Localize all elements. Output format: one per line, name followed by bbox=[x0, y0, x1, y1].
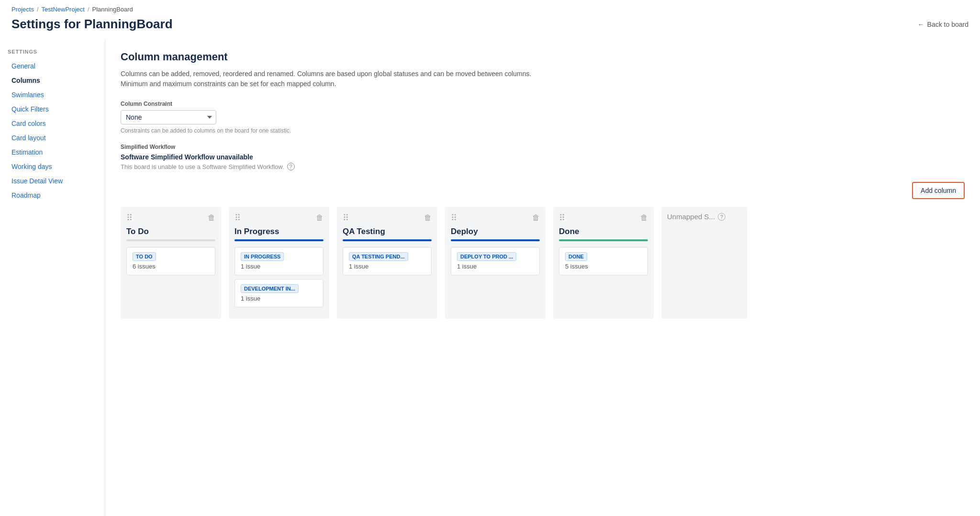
column-deploy-drag-handle[interactable]: ⠿ bbox=[451, 213, 457, 223]
workflow-title: Software Simplified Workflow unavailable bbox=[121, 153, 965, 161]
status-badge-todo[interactable]: TO DO bbox=[133, 252, 156, 261]
unmapped-title-text: Unmapped S... bbox=[667, 213, 715, 221]
column-qa-testing-drag-handle[interactable]: ⠿ bbox=[343, 213, 349, 223]
columns-area: ⠿ 🗑 To Do TO DO 6 issues ⠿ 🗑 In Progress bbox=[121, 207, 965, 326]
sidebar-item-roadmap[interactable]: Roadmap bbox=[8, 189, 97, 202]
column-done-name: Done bbox=[559, 227, 648, 236]
column-deploy-bar bbox=[451, 239, 540, 241]
constraint-label: Column Constraint bbox=[121, 101, 965, 107]
back-to-board-button[interactable]: ← Back to board bbox=[918, 21, 969, 28]
sidebar-item-quick-filters[interactable]: Quick Filters bbox=[8, 102, 97, 116]
sidebar-item-working-days[interactable]: Working days bbox=[8, 160, 97, 173]
section-description: Columns can be added, removed, reordered… bbox=[121, 69, 551, 89]
status-card-in-progress: IN PROGRESS 1 issue bbox=[234, 247, 323, 275]
status-card-qa-testing: QA TESTING PEND... 1 issue bbox=[343, 247, 432, 275]
column-deploy-delete-icon[interactable]: 🗑 bbox=[532, 213, 540, 222]
column-deploy-header: ⠿ 🗑 bbox=[451, 213, 540, 223]
status-card-deploy: DEPLOY TO PROD ... 1 issue bbox=[451, 247, 540, 275]
column-todo-drag-handle[interactable]: ⠿ bbox=[126, 213, 133, 223]
sidebar-section-label: SETTINGS bbox=[8, 49, 97, 55]
column-done-bar bbox=[559, 239, 648, 241]
status-badge-done[interactable]: DONE bbox=[565, 252, 587, 261]
page-title: Settings for PlanningBoard bbox=[11, 17, 173, 32]
constraint-hint: Constraints can be added to columns on t… bbox=[121, 127, 965, 134]
constraint-select[interactable]: None Issue Count Issue Count without Sub… bbox=[121, 110, 216, 124]
status-card-todo: TO DO 6 issues bbox=[126, 247, 215, 275]
unmapped-help-icon[interactable]: ? bbox=[718, 213, 725, 221]
status-issues-done: 5 issues bbox=[565, 263, 642, 270]
column-qa-testing-name: QA Testing bbox=[343, 227, 432, 236]
add-column-button[interactable]: Add column bbox=[912, 182, 965, 199]
column-todo-name: To Do bbox=[126, 227, 215, 236]
status-issues-deploy: 1 issue bbox=[457, 263, 534, 270]
sidebar: SETTINGS General Columns Swimlanes Quick… bbox=[0, 39, 105, 516]
column-qa-testing-delete-icon[interactable]: 🗑 bbox=[424, 213, 432, 222]
column-in-progress-delete-icon[interactable]: 🗑 bbox=[316, 213, 323, 222]
column-in-progress-name: In Progress bbox=[234, 227, 323, 236]
status-issues-todo: 6 issues bbox=[133, 263, 209, 270]
sidebar-item-columns[interactable]: Columns bbox=[8, 74, 97, 87]
workflow-desc-text: This board is unable to use a Software S… bbox=[121, 163, 284, 170]
back-arrow-icon: ← bbox=[918, 21, 924, 28]
sidebar-item-estimation[interactable]: Estimation bbox=[8, 146, 97, 159]
column-in-progress-bar bbox=[234, 239, 323, 241]
column-todo-header: ⠿ 🗑 bbox=[126, 213, 215, 223]
column-done-delete-icon[interactable]: 🗑 bbox=[640, 213, 648, 222]
column-unmapped-title: Unmapped S... ? bbox=[667, 213, 742, 221]
column-qa-testing-header: ⠿ 🗑 bbox=[343, 213, 432, 223]
column-qa-testing-bar bbox=[343, 239, 432, 241]
breadcrumb-sep1: / bbox=[37, 6, 39, 13]
column-todo-delete-icon[interactable]: 🗑 bbox=[208, 213, 215, 222]
breadcrumb-project[interactable]: TestNewProject bbox=[42, 6, 85, 13]
breadcrumb: Projects / TestNewProject / PlanningBoar… bbox=[0, 0, 980, 15]
column-qa-testing: ⠿ 🗑 QA Testing QA TESTING PEND... 1 issu… bbox=[337, 207, 437, 319]
sidebar-item-issue-detail[interactable]: Issue Detail View bbox=[8, 174, 97, 188]
status-issues-development-in: 1 issue bbox=[241, 295, 317, 302]
sidebar-item-swimlanes[interactable]: Swimlanes bbox=[8, 88, 97, 101]
column-done-header: ⠿ 🗑 bbox=[559, 213, 648, 223]
status-badge-development-in[interactable]: DEVELOPMENT IN... bbox=[241, 284, 299, 293]
status-badge-in-progress[interactable]: IN PROGRESS bbox=[241, 252, 284, 261]
status-issues-in-progress: 1 issue bbox=[241, 263, 317, 270]
column-deploy: ⠿ 🗑 Deploy DEPLOY TO PROD ... 1 issue bbox=[445, 207, 546, 319]
page-header: Settings for PlanningBoard ← Back to boa… bbox=[0, 15, 980, 39]
breadcrumb-sep2: / bbox=[88, 6, 89, 13]
sidebar-item-card-layout[interactable]: Card layout bbox=[8, 131, 97, 145]
add-column-row: Add column bbox=[121, 182, 965, 199]
status-card-development-in: DEVELOPMENT IN... 1 issue bbox=[234, 279, 323, 307]
workflow-desc: This board is unable to use a Software S… bbox=[121, 163, 965, 170]
column-in-progress-drag-handle[interactable]: ⠿ bbox=[234, 213, 241, 223]
main-content: Column management Columns can be added, … bbox=[105, 39, 980, 516]
sidebar-item-card-colors[interactable]: Card colors bbox=[8, 117, 97, 130]
status-issues-qa-testing: 1 issue bbox=[349, 263, 425, 270]
workflow-label: Simplified Workflow bbox=[121, 144, 965, 150]
breadcrumb-board: PlanningBoard bbox=[92, 6, 133, 13]
column-in-progress-header: ⠿ 🗑 bbox=[234, 213, 323, 223]
back-to-board-label: Back to board bbox=[927, 21, 969, 28]
status-badge-qa-testing[interactable]: QA TESTING PEND... bbox=[349, 252, 408, 261]
column-done: ⠿ 🗑 Done DONE 5 issues bbox=[553, 207, 654, 319]
column-deploy-name: Deploy bbox=[451, 227, 540, 236]
column-todo-bar bbox=[126, 239, 215, 241]
workflow-help-icon[interactable]: ? bbox=[287, 163, 295, 170]
column-done-drag-handle[interactable]: ⠿ bbox=[559, 213, 566, 223]
status-card-done: DONE 5 issues bbox=[559, 247, 648, 275]
status-badge-deploy[interactable]: DEPLOY TO PROD ... bbox=[457, 252, 516, 261]
sidebar-item-general[interactable]: General bbox=[8, 59, 97, 73]
section-title: Column management bbox=[121, 51, 965, 63]
main-layout: SETTINGS General Columns Swimlanes Quick… bbox=[0, 39, 980, 516]
column-unmapped: Unmapped S... ? bbox=[661, 207, 747, 319]
column-in-progress: ⠿ 🗑 In Progress IN PROGRESS 1 issue DEVE… bbox=[229, 207, 329, 319]
column-todo: ⠿ 🗑 To Do TO DO 6 issues bbox=[121, 207, 221, 319]
breadcrumb-projects[interactable]: Projects bbox=[11, 6, 34, 13]
constraint-select-wrap: None Issue Count Issue Count without Sub… bbox=[121, 110, 965, 124]
